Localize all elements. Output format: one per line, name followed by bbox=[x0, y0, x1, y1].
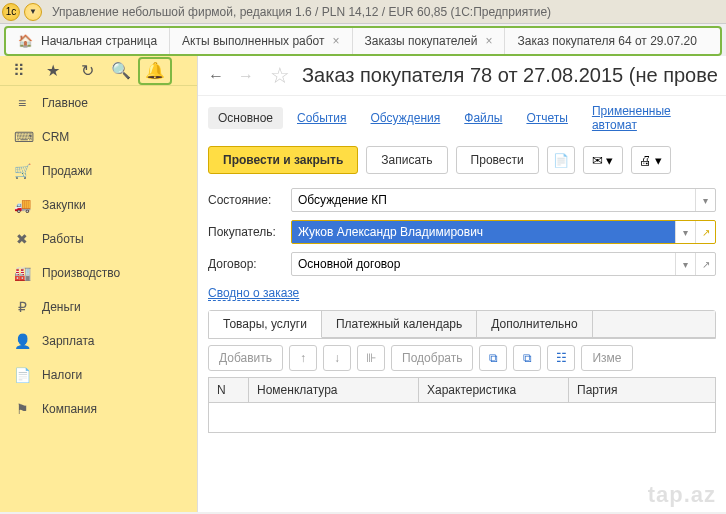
nav-label: Зарплата bbox=[42, 334, 95, 348]
col-characteristic[interactable]: Характеристика bbox=[419, 378, 569, 402]
move-down-icon[interactable]: ↓ bbox=[323, 345, 351, 371]
col-nomenclature[interactable]: Номенклатура bbox=[249, 378, 419, 402]
settings-icon[interactable]: ☷ bbox=[547, 345, 575, 371]
nav-taxes[interactable]: 📄Налоги bbox=[0, 358, 197, 392]
dropdown-icon[interactable]: ▾ bbox=[675, 253, 695, 275]
grid-toolbar: Добавить ↑ ↓ ⊪ Подобрать ⧉ ⧉ ☷ Изме bbox=[198, 339, 726, 377]
doc-tab-automations[interactable]: Примененные автомат bbox=[582, 100, 716, 136]
col-n[interactable]: N bbox=[209, 378, 249, 402]
close-icon[interactable]: × bbox=[333, 34, 340, 48]
doc-tab-files[interactable]: Файлы bbox=[454, 107, 512, 129]
save-button[interactable]: Записать bbox=[366, 146, 447, 174]
inner-tabs: Товары, услуги Платежный календарь Допол… bbox=[209, 311, 715, 338]
app-icon[interactable]: 1c bbox=[2, 3, 20, 21]
main-tab-strip: 🏠 Начальная страница Акты выполненных ра… bbox=[4, 26, 722, 56]
structure-icon[interactable]: 📄 bbox=[547, 146, 575, 174]
tab-label: Заказ покупателя 64 от 29.07.20 bbox=[517, 34, 696, 48]
tab-orders[interactable]: Заказы покупателей × bbox=[353, 28, 506, 54]
grid-body[interactable] bbox=[208, 403, 716, 433]
nav-works[interactable]: ✖Работы bbox=[0, 222, 197, 256]
contract-field[interactable]: ▾ ↗ bbox=[291, 252, 716, 276]
buyer-input[interactable] bbox=[292, 221, 675, 243]
close-icon[interactable]: × bbox=[485, 34, 492, 48]
move-up-icon[interactable]: ↑ bbox=[289, 345, 317, 371]
nav-production[interactable]: 🏭Производство bbox=[0, 256, 197, 290]
summary-link[interactable]: Сводно о заказе bbox=[208, 286, 299, 301]
forward-arrow-icon[interactable]: → bbox=[234, 64, 258, 88]
tab-label: Акты выполненных работ bbox=[182, 34, 324, 48]
post-and-close-button[interactable]: Провести и закрыть bbox=[208, 146, 358, 174]
flag-icon: ⚑ bbox=[14, 401, 30, 417]
dropdown-icon[interactable]: ▾ bbox=[695, 189, 715, 211]
left-toolbar: ⠿ ★ ↻ 🔍 🔔 bbox=[0, 56, 197, 86]
nav-crm[interactable]: ⌨CRM bbox=[0, 120, 197, 154]
nav-label: Работы bbox=[42, 232, 84, 246]
edit-button[interactable]: Изме bbox=[581, 345, 632, 371]
tab-overflow[interactable]: Заказ покупателя 64 от 29.07.20 bbox=[505, 28, 708, 54]
summary-link-row: Сводно о заказе bbox=[198, 280, 726, 310]
open-icon[interactable]: ↗ bbox=[695, 221, 715, 243]
search-icon[interactable]: 🔍 bbox=[104, 57, 138, 85]
nav-label: Деньги bbox=[42, 300, 81, 314]
nav-main[interactable]: ≡Главное bbox=[0, 86, 197, 120]
app-dropdown-icon[interactable]: ▼ bbox=[24, 3, 42, 21]
doc-tab-discussions[interactable]: Обсуждения bbox=[361, 107, 451, 129]
nav-purchases[interactable]: 🚚Закупки bbox=[0, 188, 197, 222]
buyer-row: Покупатель: ▾ ↗ bbox=[198, 216, 726, 248]
tab-acts[interactable]: Акты выполненных работ × bbox=[170, 28, 352, 54]
copy-icon[interactable]: ⧉ bbox=[479, 345, 507, 371]
crm-icon: ⌨ bbox=[14, 129, 30, 145]
person-icon: 👤 bbox=[14, 333, 30, 349]
email-icon[interactable]: ✉ ▾ bbox=[583, 146, 623, 174]
add-button[interactable]: Добавить bbox=[208, 345, 283, 371]
inner-tab-goods[interactable]: Товары, услуги bbox=[209, 311, 322, 338]
pick-button[interactable]: Подобрать bbox=[391, 345, 473, 371]
nav-label: Налоги bbox=[42, 368, 82, 382]
buyer-field[interactable]: ▾ ↗ bbox=[291, 220, 716, 244]
open-icon[interactable]: ↗ bbox=[695, 253, 715, 275]
cart-icon: 🛒 bbox=[14, 163, 30, 179]
action-bar: Провести и закрыть Записать Провести 📄 ✉… bbox=[198, 142, 726, 184]
inner-tab-payments[interactable]: Платежный календарь bbox=[322, 311, 477, 337]
state-field[interactable]: ▾ bbox=[291, 188, 716, 212]
document-icon: 📄 bbox=[14, 367, 30, 383]
contract-input[interactable] bbox=[292, 253, 675, 275]
nav-salary[interactable]: 👤Зарплата bbox=[0, 324, 197, 358]
post-button[interactable]: Провести bbox=[456, 146, 539, 174]
truck-icon: 🚚 bbox=[14, 197, 30, 213]
history-icon[interactable]: ↻ bbox=[70, 57, 104, 85]
contract-row: Договор: ▾ ↗ bbox=[198, 248, 726, 280]
nav-money[interactable]: ₽Деньги bbox=[0, 290, 197, 324]
contract-label: Договор: bbox=[208, 257, 283, 271]
doc-tab-reports[interactable]: Отчеты bbox=[516, 107, 577, 129]
title-bar: 1c ▼ Управление небольшой фирмой, редакц… bbox=[0, 0, 726, 24]
nav-company[interactable]: ⚑Компания bbox=[0, 392, 197, 426]
print-icon[interactable]: 🖨 ▾ bbox=[631, 146, 671, 174]
watermark: tap.az bbox=[648, 482, 716, 508]
home-icon: 🏠 bbox=[18, 34, 33, 48]
nav-sales[interactable]: 🛒Продажи bbox=[0, 154, 197, 188]
ruble-icon: ₽ bbox=[14, 299, 30, 315]
barcode-icon[interactable]: ⊪ bbox=[357, 345, 385, 371]
grid-header: N Номенклатура Характеристика Партия bbox=[208, 377, 716, 403]
inner-tab-additional[interactable]: Дополнительно bbox=[477, 311, 592, 337]
nav-label: Главное bbox=[42, 96, 88, 110]
nav-label: Производство bbox=[42, 266, 120, 280]
back-arrow-icon[interactable]: ← bbox=[204, 64, 228, 88]
doc-tab-events[interactable]: События bbox=[287, 107, 357, 129]
left-panel: ⠿ ★ ↻ 🔍 🔔 ≡Главное ⌨CRM 🛒Продажи 🚚Закупк… bbox=[0, 56, 198, 512]
state-input[interactable] bbox=[292, 189, 695, 211]
nav-label: Закупки bbox=[42, 198, 86, 212]
bell-icon[interactable]: 🔔 bbox=[138, 57, 172, 85]
buyer-label: Покупатель: bbox=[208, 225, 283, 239]
doc-tab-main[interactable]: Основное bbox=[208, 107, 283, 129]
dropdown-icon[interactable]: ▾ bbox=[675, 221, 695, 243]
nav-label: Компания bbox=[42, 402, 97, 416]
apps-icon[interactable]: ⠿ bbox=[2, 57, 36, 85]
star-icon[interactable]: ★ bbox=[36, 57, 70, 85]
document-header: ← → ☆ Заказ покупателя 78 от 27.08.2015 … bbox=[198, 56, 726, 96]
tab-home[interactable]: 🏠 Начальная страница bbox=[6, 28, 170, 54]
col-batch[interactable]: Партия bbox=[569, 378, 715, 402]
favorite-star-icon[interactable]: ☆ bbox=[270, 63, 290, 89]
paste-icon[interactable]: ⧉ bbox=[513, 345, 541, 371]
